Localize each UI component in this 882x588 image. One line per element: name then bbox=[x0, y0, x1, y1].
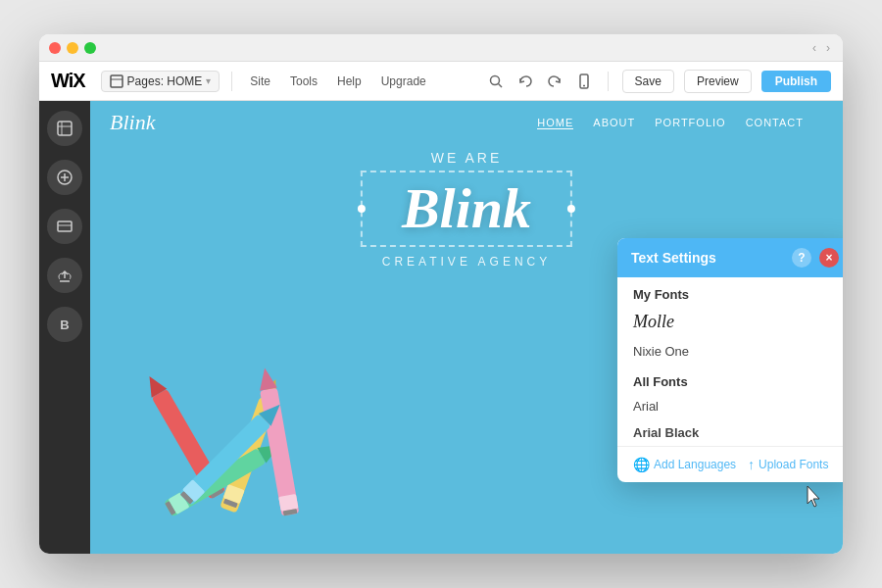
upload-fonts-label: Upload Fonts bbox=[759, 458, 828, 471]
canvas-area[interactable]: Blink HOME ABOUT PORTFOLIO CONTACT WE AR… bbox=[90, 101, 843, 554]
svg-rect-0 bbox=[111, 75, 122, 87]
upload-fonts-link[interactable]: ↑ Upload Fonts bbox=[748, 457, 828, 472]
blink-container[interactable]: Blink bbox=[361, 171, 572, 247]
close-traffic-light[interactable] bbox=[49, 42, 61, 54]
svg-rect-6 bbox=[58, 122, 72, 135]
nav-link-about[interactable]: ABOUT bbox=[593, 117, 635, 129]
all-fonts-header: All Fonts bbox=[617, 365, 843, 393]
panel-title: Text Settings bbox=[631, 250, 716, 266]
preview-button[interactable]: Preview bbox=[684, 70, 752, 93]
site-logo: Blink bbox=[110, 110, 155, 135]
svg-point-2 bbox=[490, 75, 499, 84]
resize-handle-left[interactable] bbox=[358, 205, 366, 213]
panel-footer: 🌐 Add Languages ↑ Upload Fonts bbox=[617, 446, 843, 482]
font-item-arial-black[interactable]: Arial Black bbox=[617, 419, 843, 446]
sidebar-pages-icon[interactable] bbox=[47, 111, 82, 146]
back-arrow[interactable]: ‹ bbox=[809, 41, 819, 55]
svg-marker-28 bbox=[256, 367, 277, 391]
site-nav-links: HOME ABOUT PORTFOLIO CONTACT bbox=[537, 117, 804, 129]
nav-link-home[interactable]: HOME bbox=[537, 117, 573, 129]
traffic-lights bbox=[49, 42, 96, 54]
toolbar-separator-2 bbox=[608, 72, 609, 91]
upload-fonts-icon: ↑ bbox=[748, 457, 755, 472]
mac-window: ‹ › WiX Pages: HOME ▾ Site Tools Help Up… bbox=[39, 34, 843, 554]
panel-help-button[interactable]: ? bbox=[792, 248, 811, 268]
editor-area: B Blink HOME ABOUT PORTFOLIO CONTACT WE … bbox=[39, 101, 843, 554]
site-nav: Blink HOME ABOUT PORTFOLIO CONTACT bbox=[90, 101, 843, 144]
resize-handle-right[interactable] bbox=[567, 205, 575, 213]
maximize-traffic-light[interactable] bbox=[84, 42, 96, 54]
pages-icon bbox=[110, 74, 123, 88]
svg-rect-12 bbox=[58, 221, 72, 231]
font-item-arial[interactable]: Arial bbox=[617, 393, 843, 419]
forward-arrow[interactable]: › bbox=[823, 41, 833, 55]
font-item-molle[interactable]: Molle bbox=[617, 306, 843, 338]
mouse-cursor bbox=[804, 484, 825, 514]
sidebar-add-icon[interactable] bbox=[47, 160, 82, 195]
hero-content: WE ARE Blink CREATIVE AGENCY bbox=[361, 150, 572, 269]
my-fonts-header: My Fonts bbox=[617, 277, 843, 306]
panel-header: Text Settings ? × bbox=[617, 238, 843, 277]
chevron-down-icon: ▾ bbox=[206, 75, 211, 86]
add-languages-icon: 🌐 bbox=[633, 457, 650, 472]
pencils-illustration bbox=[90, 260, 423, 554]
toolbar-right-icons: Save Preview Publish bbox=[486, 70, 831, 93]
nav-arrows: ‹ › bbox=[809, 41, 833, 55]
minimize-traffic-light[interactable] bbox=[67, 42, 78, 54]
pages-selector[interactable]: Pages: HOME ▾ bbox=[101, 71, 220, 92]
pages-label: Pages: HOME bbox=[127, 74, 203, 88]
search-icon[interactable] bbox=[486, 72, 506, 91]
nav-link-contact[interactable]: CONTACT bbox=[746, 117, 804, 129]
text-settings-panel: Text Settings ? × My Fonts Molle Nixie O… bbox=[617, 238, 843, 482]
toolbar-separator-1 bbox=[231, 72, 232, 91]
hero-title: Blink bbox=[402, 180, 531, 237]
sidebar-blog-icon[interactable]: B bbox=[47, 307, 82, 342]
left-sidebar: B bbox=[39, 101, 90, 554]
wix-toolbar: WiX Pages: HOME ▾ Site Tools Help Upgrad… bbox=[39, 62, 843, 101]
panel-close-button[interactable]: × bbox=[819, 248, 839, 268]
publish-button[interactable]: Publish bbox=[761, 71, 831, 92]
creative-text: CREATIVE AGENCY bbox=[361, 255, 572, 269]
help-button[interactable]: Help bbox=[331, 72, 368, 91]
nav-link-portfolio[interactable]: PORTFOLIO bbox=[655, 117, 725, 129]
tools-button[interactable]: Tools bbox=[284, 72, 323, 91]
redo-icon[interactable] bbox=[545, 72, 564, 91]
upgrade-button[interactable]: Upgrade bbox=[375, 72, 432, 91]
panel-header-icons: ? × bbox=[792, 248, 839, 268]
title-bar: ‹ › bbox=[39, 34, 843, 62]
panel-body: My Fonts Molle Nixie One All Fonts Arial… bbox=[617, 277, 843, 446]
font-item-nixie[interactable]: Nixie One bbox=[617, 338, 843, 365]
wix-logo: WiX bbox=[51, 70, 85, 92]
site-button[interactable]: Site bbox=[244, 72, 276, 91]
add-languages-label: Add Languages bbox=[654, 458, 736, 471]
undo-icon[interactable] bbox=[515, 72, 535, 91]
mobile-icon[interactable] bbox=[574, 72, 594, 91]
sidebar-media-icon[interactable] bbox=[47, 209, 82, 244]
sidebar-upload-icon[interactable] bbox=[47, 258, 82, 293]
we-are-text: WE ARE bbox=[361, 150, 572, 166]
svg-line-3 bbox=[498, 83, 502, 87]
svg-rect-29 bbox=[278, 494, 298, 512]
save-button[interactable]: Save bbox=[622, 70, 674, 93]
add-languages-link[interactable]: 🌐 Add Languages bbox=[633, 457, 736, 472]
